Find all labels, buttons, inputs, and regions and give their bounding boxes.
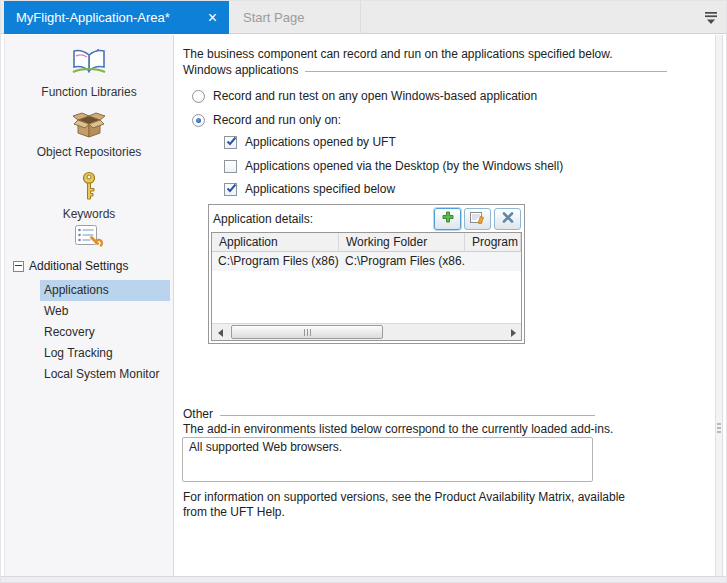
window-bottom-edge bbox=[1, 576, 727, 582]
supported-versions-note: For information on supported versions, s… bbox=[183, 490, 625, 520]
scroll-right-arrow-icon[interactable] bbox=[505, 325, 521, 340]
tab-close-icon[interactable]: × bbox=[208, 10, 217, 26]
checkbox-label: Applications specified below bbox=[245, 182, 395, 196]
checkbox-apps-opened-via-desktop[interactable]: Applications opened via the Desktop (by … bbox=[224, 159, 563, 173]
sidebar-item-web[interactable]: Web bbox=[40, 301, 170, 322]
sidebar-item-local-system-monitor[interactable]: Local System Monitor bbox=[40, 364, 170, 385]
checkbox-label: Applications opened via the Desktop (by … bbox=[245, 159, 563, 173]
function-libraries-icon bbox=[71, 47, 107, 82]
applications-grid: Application Working Folder Program Arg C… bbox=[211, 232, 522, 341]
column-header-program-args[interactable]: Program Arg bbox=[465, 233, 521, 251]
checkbox-checked-icon[interactable] bbox=[224, 183, 237, 196]
tab-start-page[interactable]: Start Page bbox=[229, 1, 361, 34]
note-line-2: from the UFT Help. bbox=[183, 505, 625, 520]
sidebar-item-applications[interactable]: Applications bbox=[40, 280, 170, 301]
application-details-label: Application details: bbox=[213, 212, 431, 226]
application-details-panel: Application details: bbox=[208, 204, 525, 344]
group-title: Windows applications bbox=[183, 63, 298, 77]
group-rule bbox=[305, 71, 667, 72]
checkbox-apps-specified-below[interactable]: Applications specified below bbox=[224, 182, 395, 196]
radio-any-open-windows-app[interactable]: Record and run test on any open Windows-… bbox=[192, 89, 537, 103]
tab-list-dropdown-icon[interactable] bbox=[704, 11, 718, 25]
document-tab-bar: MyFlight-Application-Area* × Start Page bbox=[1, 1, 727, 34]
sidebar-tree-additional-settings[interactable]: Additional Settings bbox=[5, 256, 173, 276]
splitter-grip-icon[interactable] bbox=[717, 423, 721, 433]
pane-splitter[interactable] bbox=[715, 35, 723, 578]
radio-record-run-only-on[interactable]: Record and run only on: bbox=[192, 113, 341, 127]
cell-working-folder: C:\Program Files (x86... bbox=[339, 252, 465, 271]
cell-program-args bbox=[465, 252, 521, 271]
sidebar-item-object-repositories[interactable]: Object Repositories bbox=[5, 111, 173, 159]
sidebar-item-label: Function Libraries bbox=[41, 85, 136, 99]
table-row[interactable]: C:\Program Files (x86)... C:\Program Fil… bbox=[212, 252, 521, 271]
edit-application-button[interactable] bbox=[464, 208, 491, 230]
tree-node-label: Additional Settings bbox=[29, 259, 128, 273]
checkbox-apps-opened-by-uft[interactable]: Applications opened by UFT bbox=[224, 135, 396, 149]
radio-icon-selected[interactable] bbox=[192, 114, 205, 127]
delete-x-icon bbox=[502, 212, 514, 226]
plus-icon bbox=[442, 211, 454, 226]
sidebar-item-label: Object Repositories bbox=[37, 145, 142, 159]
additional-settings-icon bbox=[75, 225, 103, 252]
intro-text: The business component can record and ru… bbox=[183, 47, 613, 61]
environments-value-box: All supported Web browsers. bbox=[182, 437, 593, 482]
group-title: Other bbox=[183, 407, 213, 421]
uft-settings-window: MyFlight-Application-Area* × Start Page bbox=[0, 0, 727, 583]
additional-settings-children: Applications Web Recovery Log Tracking L… bbox=[5, 280, 173, 385]
sidebar-item-function-libraries[interactable]: Function Libraries bbox=[5, 47, 173, 99]
checkbox-checked-icon[interactable] bbox=[224, 136, 237, 149]
application-details-header: Application details: bbox=[209, 205, 524, 232]
radio-label: Record and run test on any open Windows-… bbox=[213, 89, 537, 103]
cell-application: C:\Program Files (x86)... bbox=[212, 252, 339, 271]
sidebar-item-log-tracking[interactable]: Log Tracking bbox=[40, 343, 170, 364]
radio-icon[interactable] bbox=[192, 90, 205, 103]
keywords-icon bbox=[81, 171, 97, 204]
column-header-application[interactable]: Application bbox=[212, 233, 339, 251]
group-rule bbox=[220, 415, 595, 416]
addin-environments-text: The add-in environments listed below cor… bbox=[183, 422, 613, 436]
scrollbar-thumb[interactable] bbox=[231, 325, 383, 339]
note-line-1: For information on supported versions, s… bbox=[183, 490, 625, 505]
sidebar-item-keywords[interactable]: Keywords bbox=[5, 171, 173, 221]
sidebar-item-recovery[interactable]: Recovery bbox=[40, 322, 170, 343]
applications-settings-pane: The business component can record and ru… bbox=[175, 35, 715, 578]
column-header-working-folder[interactable]: Working Folder bbox=[339, 233, 465, 251]
settings-sidebar: Function Libraries Object Repositories bbox=[4, 35, 174, 578]
horizontal-scrollbar[interactable] bbox=[212, 323, 521, 340]
collapse-expander-icon[interactable] bbox=[13, 261, 24, 272]
checkbox-label: Applications opened by UFT bbox=[245, 135, 396, 149]
additional-settings-icon-block bbox=[5, 225, 173, 252]
tab-label: Start Page bbox=[243, 10, 304, 25]
environments-value: All supported Web browsers. bbox=[189, 440, 342, 454]
other-group-header: Other bbox=[183, 407, 595, 421]
edit-details-icon bbox=[470, 211, 485, 227]
object-repositories-icon bbox=[72, 111, 106, 142]
grid-header-row: Application Working Folder Program Arg bbox=[212, 233, 521, 252]
delete-application-button[interactable] bbox=[494, 208, 521, 230]
tab-myflight-application-area[interactable]: MyFlight-Application-Area* × bbox=[4, 1, 229, 34]
checkbox-unchecked-icon[interactable] bbox=[224, 160, 237, 173]
sidebar-item-label: Keywords bbox=[63, 207, 116, 221]
scroll-left-arrow-icon[interactable] bbox=[212, 325, 228, 340]
add-application-button[interactable] bbox=[434, 208, 461, 230]
radio-label: Record and run only on: bbox=[213, 113, 341, 127]
tab-label: MyFlight-Application-Area* bbox=[16, 10, 170, 25]
windows-applications-group-header: Windows applications bbox=[183, 63, 667, 77]
